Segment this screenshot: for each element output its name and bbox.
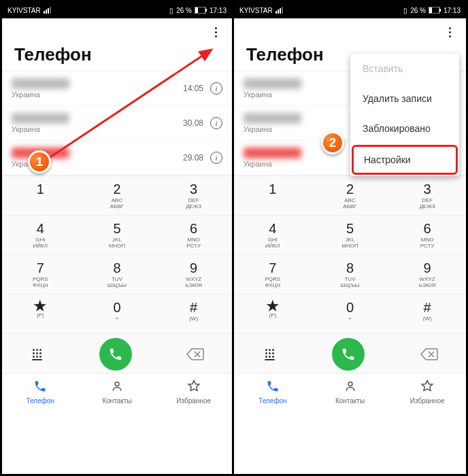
svg-rect-5 <box>195 7 198 13</box>
backspace-button[interactable] <box>420 347 439 361</box>
screen-left: KYIVSTAR ▯ 26 % 17:13 Телефон Украина 14… <box>2 2 234 474</box>
status-bar: KYIVSTAR ▯ 26 % 17:13 <box>2 2 232 18</box>
call-button[interactable] <box>332 338 365 371</box>
menu-item-paste: Вставить <box>350 54 459 84</box>
dialpad-key-#[interactable]: #(W) <box>155 294 232 334</box>
bottom-nav: ТелефонКонтактыИзбранное <box>2 373 232 407</box>
annotation-marker-2: 2 <box>321 131 344 154</box>
nav-phone[interactable]: Телефон <box>2 379 79 405</box>
dialpad-key-6[interactable]: 6MNOРСТУ <box>155 216 232 255</box>
dialpad-key-2[interactable]: 2ABCАБВГ <box>79 176 156 216</box>
svg-rect-0 <box>44 11 45 14</box>
overflow-menu-dropdown: Вставить Удалить записи Заблокировано На… <box>350 54 459 176</box>
menu-item-delete-records[interactable]: Удалить записи <box>350 84 459 114</box>
dialpad-key-1[interactable]: 1 <box>2 176 79 216</box>
nav-contacts[interactable]: Контакты <box>79 379 156 405</box>
dialpad-key-3[interactable]: 3DEFДЕЖЗ <box>155 176 232 216</box>
dialpad-key-★[interactable]: ★(P) <box>234 294 312 334</box>
dialpad-key-0[interactable]: 0+ <box>312 294 389 334</box>
dialpad-key-7[interactable]: 7PQRSФХЦЧ <box>234 255 312 294</box>
svg-rect-12 <box>282 7 283 14</box>
dialpad-key-6[interactable]: 6MNOРСТУ <box>388 216 466 255</box>
vibrate-icon: ▯ <box>169 7 173 14</box>
dial-actions <box>2 334 232 373</box>
page-title: Телефон <box>14 44 220 65</box>
vibrate-icon: ▯ <box>403 7 407 14</box>
nav-star[interactable]: Избранное <box>155 379 232 405</box>
battery-percent: 26 % <box>176 7 192 14</box>
info-icon[interactable]: i <box>210 152 222 164</box>
dialpad-key-9[interactable]: 9WXYZЬЭЮЯ <box>388 255 466 294</box>
menu-item-blocked[interactable]: Заблокировано <box>350 114 459 143</box>
svg-rect-2 <box>48 8 49 14</box>
info-icon[interactable]: i <box>210 117 222 129</box>
dialpad-key-5[interactable]: 5JKLМНОП <box>79 216 156 255</box>
call-button[interactable] <box>99 338 132 371</box>
backspace-button[interactable] <box>186 347 205 361</box>
nav-star[interactable]: Избранное <box>388 379 466 405</box>
carrier-label: KYIVSTAR <box>7 7 41 14</box>
dialpad-key-#[interactable]: #(W) <box>388 294 466 334</box>
screen-right: KYIVSTAR ▯ 26 % 17:13 Телефон Вставить У… <box>234 2 466 474</box>
call-location: Украина <box>12 125 183 133</box>
dialpad: 1 2ABCАБВГ3DEFДЕЖЗ4GHIИЙКЛ5JKLМНОП6MNOРС… <box>2 175 232 334</box>
overflow-menu-button[interactable] <box>441 24 458 40</box>
dialpad-key-9[interactable]: 9WXYZЬЭЮЯ <box>155 255 232 294</box>
dialpad-key-★[interactable]: ★(P) <box>2 294 79 334</box>
dialpad: 1 2ABCАБВГ3DEFДЕЖЗ4GHIИЙКЛ5JKLМНОП6MNOРС… <box>234 175 466 334</box>
clock: 17:13 <box>210 7 227 14</box>
call-log-item[interactable]: Украина 30.08 i <box>2 106 232 141</box>
dialpad-key-5[interactable]: 5JKLМНОП <box>312 216 389 255</box>
svg-rect-11 <box>280 8 281 14</box>
dialpad-key-4[interactable]: 4GHIИЙКЛ <box>234 216 312 255</box>
header: Телефон <box>2 18 232 71</box>
svg-rect-1 <box>46 10 47 14</box>
clock: 17:13 <box>444 7 461 14</box>
dialpad-key-3[interactable]: 3DEFДЕЖЗ <box>388 176 466 216</box>
status-bar: KYIVSTAR ▯ 26 % 17:13 <box>234 2 466 18</box>
call-location: Украина <box>12 90 183 99</box>
svg-point-7 <box>115 382 119 386</box>
hide-dialpad-button[interactable] <box>261 346 278 362</box>
info-icon[interactable]: i <box>210 82 222 95</box>
hide-dialpad-button[interactable] <box>29 346 46 362</box>
header: Телефон Вставить Удалить записи Заблокир… <box>234 18 466 71</box>
dialpad-key-4[interactable]: 4GHIИЙКЛ <box>2 216 79 255</box>
dialpad-key-0[interactable]: 0+ <box>79 294 156 334</box>
svg-rect-14 <box>429 7 432 13</box>
dialpad-key-2[interactable]: 2ABCАБВГ <box>312 176 389 216</box>
overflow-menu-button[interactable] <box>207 24 224 40</box>
dial-actions <box>234 334 466 373</box>
svg-rect-15 <box>439 9 441 12</box>
dialpad-key-1[interactable]: 1 <box>234 176 312 216</box>
call-time: 29.08 <box>183 153 203 163</box>
nav-phone[interactable]: Телефон <box>234 379 312 405</box>
svg-rect-6 <box>205 9 207 12</box>
nav-contacts[interactable]: Контакты <box>312 379 389 405</box>
svg-rect-3 <box>50 7 51 14</box>
bottom-nav: ТелефонКонтактыИзбранное <box>234 373 466 407</box>
dialpad-key-8[interactable]: 8TUVШЩЪЫ <box>312 255 389 294</box>
menu-item-settings[interactable]: Настройки <box>352 145 458 175</box>
call-time: 14:05 <box>183 84 203 93</box>
carrier-label: KYIVSTAR <box>239 7 273 14</box>
annotation-marker-1: 1 <box>28 150 51 173</box>
call-log-item[interactable]: Украина 14:05 i <box>2 71 232 106</box>
battery-percent: 26 % <box>410 7 426 14</box>
svg-rect-10 <box>278 10 279 14</box>
call-time: 30.08 <box>183 118 203 128</box>
svg-point-16 <box>348 382 352 386</box>
dialpad-key-7[interactable]: 7PQRSФХЦЧ <box>2 255 79 294</box>
dialpad-key-8[interactable]: 8TUVШЩЪЫ <box>79 255 156 294</box>
svg-rect-9 <box>275 11 277 14</box>
